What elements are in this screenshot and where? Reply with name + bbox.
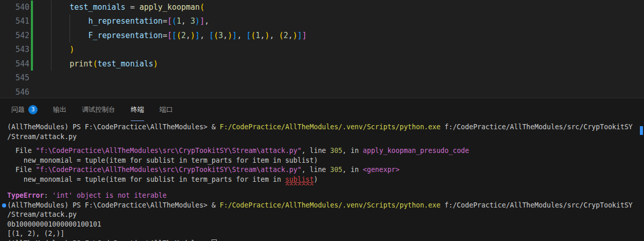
problems-count-badge: 3 [28,105,38,114]
line-number[interactable]: 542 [0,31,29,40]
indent-guide [69,14,70,43]
terminal-cursor [212,239,217,241]
editor-lines: 540 test_monials = apply_koopman(541 h_r… [0,0,644,98]
terminal-row: (AllTheModules) PS F:\CodePractice\AllTh… [7,239,644,241]
terminal-output[interactable]: (AllTheModules) PS F:\CodePractice\AllTh… [0,121,644,241]
terminal-row [7,142,644,146]
command-decoration-icon[interactable] [2,203,6,208]
tab-label: 调试控制台 [82,105,115,114]
code-text: test_monials = apply_koopman( [29,3,204,12]
tab-terminal[interactable]: 终端 [131,98,144,121]
code-text: print(test_monials) [29,59,158,68]
terminal-row: /Stream/attack.py [7,132,644,142]
code-line: 543 ) [0,43,644,57]
tab-label: 输出 [53,105,66,114]
terminal-row: TypeError: 'int' object is not iterable [7,191,644,201]
line-number[interactable]: 546 [0,88,29,97]
terminal-row: new_monomial = tuple(item for sublist in… [7,156,644,166]
terminal-row: 0b100000001000000100101 [7,220,644,230]
code-text: F_representation=[[(2,)], [(3,)], [(1,),… [29,31,307,40]
tab-label: 终端 [131,105,144,114]
terminal-row: File "f:\CodePractice\AllTheModules\src\… [7,165,644,175]
code-text: ) [29,45,74,54]
terminal-row: [(1, 2), (2,)] [7,229,644,239]
terminal-row: ^^^^^^^ [7,184,644,191]
code-line: 541 h_representation=[(1, 3)], [0,14,644,29]
indent-guide [51,1,51,71]
line-number[interactable]: 540 [0,3,29,12]
tab-label: 问题 [11,105,25,114]
terminal-row: (AllTheModules) PS F:\CodePractice\AllTh… [7,201,644,211]
code-text: h_representation=[(1, 3)], [29,16,209,26]
code-line: 544 print(test_monials) [0,57,644,71]
line-number[interactable]: 544 [0,59,29,68]
tab-debug-console[interactable]: 调试控制台 [82,98,115,121]
terminal-row: File "f:\CodePractice\AllTheModules\src\… [7,146,644,156]
tab-ports[interactable]: 端口 [160,98,173,121]
git-gutter-added-indicator [31,1,33,71]
terminal-row: (AllTheModules) PS F:\CodePractice\AllTh… [7,123,644,132]
code-line: 546 [0,85,644,98]
line-number[interactable]: 541 [0,16,29,26]
tab-problems[interactable]: 问题3 [11,98,38,121]
code-line: 545 [0,71,644,85]
tab-output[interactable]: 输出 [53,98,66,121]
line-number[interactable]: 545 [0,73,29,82]
code-editor[interactable]: 540 test_monials = apply_koopman(541 h_r… [0,0,644,98]
terminal-scrollbar-command-marker[interactable] [640,126,643,135]
panel-tab-bar: 问题3输出调试控制台终端端口 [0,98,644,121]
bottom-panel: 问题3输出调试控制台终端端口 (AllTheModules) PS F:\Cod… [0,98,644,241]
tab-label: 端口 [160,105,173,114]
terminal-row: /Stream/attack.py [7,210,644,220]
code-line: 540 test_monials = apply_koopman( [0,0,644,14]
line-number[interactable]: 543 [0,45,29,54]
code-line: 542 F_representation=[[(2,)], [(3,)], [(… [0,28,644,43]
